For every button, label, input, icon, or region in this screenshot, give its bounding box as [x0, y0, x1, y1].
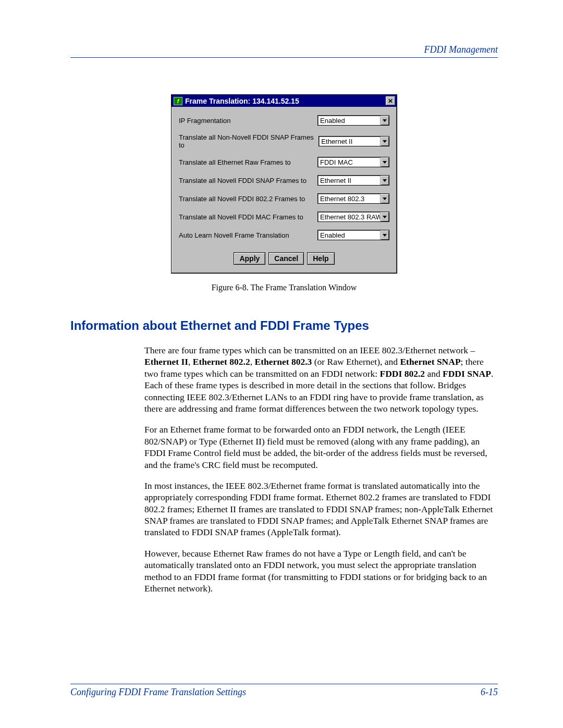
close-icon[interactable]: ✕	[386, 96, 395, 105]
dropdown-value: Ethernet 802.3 RAW	[318, 212, 380, 221]
footer-left: Configuring FDDI Frame Translation Setti…	[70, 687, 246, 698]
form-row: Auto Learn Novell Frame Translation Enab…	[179, 230, 389, 240]
non-novell-snap-dropdown[interactable]: Ethernet II	[319, 136, 389, 146]
chevron-down-icon[interactable]	[380, 212, 389, 221]
novell-8022-label: Translate all Novell FDDI 802.2 Frames t…	[179, 195, 305, 203]
paragraph-3: In most instances, the IEEE 802.3/Ethern…	[144, 480, 498, 538]
form-row: IP Fragmentation Enabled	[179, 115, 389, 126]
chevron-down-icon[interactable]	[380, 194, 389, 203]
form-row: Translate all Novell FDDI SNAP Frames to…	[179, 175, 389, 186]
figure-caption: Figure 6-8. The Frame Translation Window	[70, 283, 498, 292]
dropdown-value: FDDI MAC	[318, 157, 380, 167]
dropdown-value: Enabled	[318, 230, 380, 240]
form-row: Translate all Novell FDDI 802.2 Frames t…	[179, 193, 389, 204]
page-number: 6-15	[481, 687, 498, 698]
dialog-button-row: Apply Cancel Help	[179, 248, 389, 270]
apply-button[interactable]: Apply	[234, 252, 265, 265]
section-heading: Information about Ethernet and FDDI Fram…	[70, 318, 498, 333]
dialog-title: Frame Translation: 134.141.52.15	[185, 97, 299, 105]
chevron-down-icon[interactable]	[380, 230, 389, 240]
paragraph-2: For an Ethernet frame format to be forwa…	[144, 424, 498, 471]
frame-translation-dialog: f Frame Translation: 134.141.52.15 ✕ IP …	[171, 94, 397, 274]
footer-rule	[70, 684, 498, 684]
paragraph-1: There are four frame types which can be …	[144, 344, 498, 414]
cancel-button[interactable]: Cancel	[268, 252, 304, 265]
form-row: Translate all Ethernet Raw Frames to FDD…	[179, 157, 389, 167]
dropdown-value: Ethernet II	[318, 176, 380, 185]
page-header-right: FDDI Management	[70, 44, 498, 55]
dropdown-value: Enabled	[318, 116, 380, 125]
page-footer: Configuring FDDI Frame Translation Setti…	[70, 684, 498, 698]
paragraph-4: However, because Ethernet Raw frames do …	[144, 548, 498, 595]
novell-snap-label: Translate all Novell FDDI SNAP Frames to	[179, 177, 307, 184]
chevron-down-icon[interactable]	[380, 137, 389, 146]
app-icon: f	[174, 97, 182, 105]
dialog-titlebar: f Frame Translation: 134.141.52.15 ✕	[172, 95, 397, 107]
novell-8022-dropdown[interactable]: Ethernet 802.3	[317, 193, 389, 204]
form-row: Translate all Novell FDDI MAC Frames to …	[179, 212, 389, 222]
help-button[interactable]: Help	[307, 252, 334, 265]
ethernet-raw-label: Translate all Ethernet Raw Frames to	[179, 158, 291, 166]
chevron-down-icon[interactable]	[380, 157, 389, 167]
auto-learn-dropdown[interactable]: Enabled	[317, 230, 389, 240]
ip-fragmentation-label: IP Fragmentation	[179, 117, 230, 125]
header-rule	[70, 57, 498, 58]
body-text: There are four frame types which can be …	[144, 344, 498, 594]
dropdown-value: Ethernet 802.3	[318, 194, 380, 203]
dialog-body: IP Fragmentation Enabled Translate all N…	[172, 107, 397, 273]
novell-snap-dropdown[interactable]: Ethernet II	[317, 175, 389, 186]
non-novell-snap-label: Translate all Non-Novell FDDI SNAP Frame…	[179, 133, 319, 149]
ethernet-raw-dropdown[interactable]: FDDI MAC	[317, 157, 389, 167]
dropdown-value: Ethernet II	[319, 137, 380, 146]
novell-mac-label: Translate all Novell FDDI MAC Frames to	[179, 213, 303, 221]
ip-fragmentation-dropdown[interactable]: Enabled	[317, 115, 389, 126]
chevron-down-icon[interactable]	[380, 116, 389, 125]
form-row: Translate all Non-Novell FDDI SNAP Frame…	[179, 133, 389, 149]
chevron-down-icon[interactable]	[380, 176, 389, 185]
auto-learn-label: Auto Learn Novell Frame Translation	[179, 231, 289, 239]
novell-mac-dropdown[interactable]: Ethernet 802.3 RAW	[317, 212, 389, 222]
